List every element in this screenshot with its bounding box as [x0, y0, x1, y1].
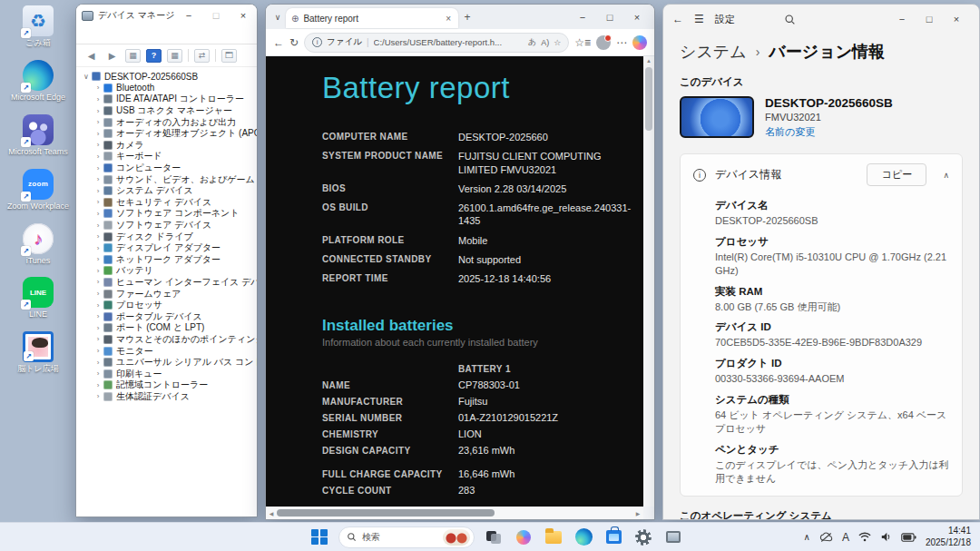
desktop-icon[interactable]: ↗ Zoom Workplace [5, 169, 71, 212]
help-icon[interactable]: ? [146, 49, 162, 63]
scroll-right-icon[interactable]: ▶ [632, 510, 643, 517]
address-bar[interactable]: i ファイル | C:/Users/USER/battery-report.h.… [304, 33, 569, 53]
wifi-icon[interactable] [858, 532, 871, 542]
expand-chevron-icon[interactable]: › [93, 232, 103, 241]
favorite-star-icon[interactable]: ☆ [554, 38, 561, 47]
device-info-header[interactable]: i デバイス情報 コピー ∧ [693, 163, 949, 186]
collapse-chevron-icon[interactable]: ∨ [82, 73, 91, 81]
tree-item[interactable]: › ソフトウェア コンポーネント [93, 208, 257, 220]
desktop-icon[interactable]: ↗ Microsoft Teams [5, 114, 71, 157]
expand-chevron-icon[interactable]: › [93, 381, 103, 389]
tree-item[interactable]: › ネットワーク アダプター [93, 254, 257, 266]
console-tree-icon[interactable]: ▦ [125, 49, 141, 63]
translate-icon[interactable]: あ [528, 36, 536, 48]
device-manager-titlebar[interactable]: デバイス マネージャー − □ × [76, 5, 257, 26]
expand-chevron-icon[interactable]: › [93, 175, 103, 183]
expand-chevron-icon[interactable]: › [93, 210, 103, 218]
tree-item[interactable]: › 記憶域コントローラー [93, 379, 257, 391]
rename-device-link[interactable]: 名前の変更 [765, 125, 893, 139]
url-text[interactable]: C:/Users/USER/battery-report.h... [374, 37, 524, 47]
more-menu-icon[interactable]: ⋯ [616, 36, 627, 49]
back-icon[interactable]: ← [273, 36, 284, 49]
page-info-icon[interactable]: i [312, 37, 322, 47]
expand-chevron-icon[interactable]: › [93, 301, 103, 310]
horizontal-scrollbar[interactable]: ◀ ▶ [266, 507, 643, 519]
expand-chevron-icon[interactable]: › [93, 164, 103, 172]
minimize-button[interactable]: − [175, 5, 202, 25]
start-button[interactable] [309, 526, 330, 548]
tree-item[interactable]: › システム デバイス [93, 185, 257, 197]
vertical-scroll-thumb[interactable] [645, 67, 652, 131]
copilot-button[interactable] [513, 526, 534, 548]
expand-chevron-icon[interactable]: › [93, 392, 103, 400]
navigate-back-icon[interactable]: ◀ [83, 49, 99, 63]
tree-item[interactable]: › カメラ [93, 140, 257, 152]
expand-chevron-icon[interactable]: › [93, 244, 103, 252]
read-aloud-icon[interactable]: A) [541, 38, 549, 47]
minimize-button[interactable]: − [888, 9, 916, 29]
search-highlight-image[interactable] [443, 529, 470, 546]
battery-icon[interactable] [901, 533, 916, 542]
back-icon[interactable]: ← [672, 13, 683, 25]
expand-chevron-icon[interactable]: › [93, 221, 103, 230]
search-icon[interactable] [784, 14, 796, 25]
minimize-button[interactable]: − [569, 7, 596, 27]
expand-chevron-icon[interactable]: › [93, 278, 103, 286]
tree-item[interactable]: › セキュリティ デバイス [93, 197, 257, 209]
expand-chevron-icon[interactable]: › [93, 107, 103, 115]
tree-root[interactable]: ∨ DESKTOP-2025660SB [82, 71, 257, 83]
expand-chevron-icon[interactable]: › [93, 255, 103, 263]
close-button[interactable]: × [943, 9, 970, 29]
vertical-scrollbar[interactable]: ▲ [643, 56, 654, 507]
expand-chevron-icon[interactable]: › [93, 369, 103, 378]
expand-chevron-icon[interactable]: › [93, 118, 103, 126]
tree-item[interactable]: › ファームウェア [93, 288, 257, 300]
tree-item[interactable]: › ディスク ドライブ [93, 231, 257, 242]
refresh-icon[interactable]: ↻ [289, 36, 299, 49]
expand-chevron-icon[interactable]: › [93, 359, 103, 367]
expand-chevron-icon[interactable]: › [93, 95, 103, 103]
expand-chevron-icon[interactable]: › [93, 130, 103, 138]
volume-icon[interactable] [880, 532, 892, 542]
profile-avatar[interactable] [596, 35, 611, 50]
expand-chevron-icon[interactable]: › [93, 335, 103, 343]
tab-battery-report[interactable]: ⊕ Battery report × [286, 8, 458, 28]
tree-item[interactable]: › プロセッサ [93, 300, 257, 311]
navigate-forward-icon[interactable]: ▶ [104, 49, 120, 63]
expand-chevron-icon[interactable]: › [93, 141, 103, 149]
scroll-left-icon[interactable]: ◀ [266, 510, 277, 517]
desktop-icon[interactable]: ↗ Microsoft Edge [5, 60, 71, 103]
tree-item[interactable]: › 生体認証デバイス [93, 391, 257, 403]
settings-titlebar[interactable]: ← ☰ 設定 − □ × [663, 5, 979, 34]
expand-chevron-icon[interactable]: › [93, 290, 103, 298]
favorites-bar-icon[interactable]: ☆≡ [574, 36, 591, 49]
file-explorer-button[interactable] [543, 526, 564, 548]
expand-chevron-icon[interactable]: › [93, 84, 103, 92]
tree-item[interactable]: › ポータブル デバイス [93, 310, 257, 322]
tree-item[interactable]: › モニター [93, 345, 257, 357]
maximize-button[interactable]: □ [916, 9, 943, 29]
taskbar-clock[interactable]: 14:41 2025/12/18 [926, 526, 971, 548]
microsoft-store-button[interactable] [603, 526, 624, 548]
taskbar-search[interactable]: 検索 [338, 526, 475, 548]
maximize-button[interactable]: □ [202, 5, 230, 25]
tree-item[interactable]: › ユニバーサル シリアル バス コントローラー [93, 357, 257, 369]
expand-chevron-icon[interactable]: › [93, 347, 103, 355]
tree-item[interactable]: › マウスとそのほかのポインティング デバイス [93, 334, 257, 346]
scroll-up-icon[interactable]: ▲ [643, 56, 654, 65]
tree-item[interactable]: › キーボード [93, 151, 257, 162]
expand-chevron-icon[interactable]: › [93, 267, 103, 275]
tab-search-chevron-icon[interactable]: ∨ [270, 13, 286, 22]
tree-item[interactable]: › 印刷キュー [93, 368, 257, 379]
onedrive-paused-icon[interactable] [819, 532, 833, 543]
device-icon[interactable]: 🗔 [221, 49, 237, 63]
expand-chevron-icon[interactable]: › [93, 198, 103, 206]
tree-item[interactable]: › オーディオの入力および出力 [93, 116, 257, 128]
tree-item[interactable]: › オーディオ処理オブジェクト (APO) [93, 128, 257, 140]
tab-close-icon[interactable]: × [444, 14, 453, 24]
expand-chevron-icon[interactable]: › [93, 187, 103, 195]
desktop-icon[interactable]: ↗ ごみ箱 [5, 5, 71, 48]
expand-chevron-icon[interactable]: › [93, 312, 103, 320]
tree-item[interactable]: › ソフトウェア デバイス [93, 220, 257, 231]
properties-icon[interactable]: ▦ [167, 49, 182, 63]
